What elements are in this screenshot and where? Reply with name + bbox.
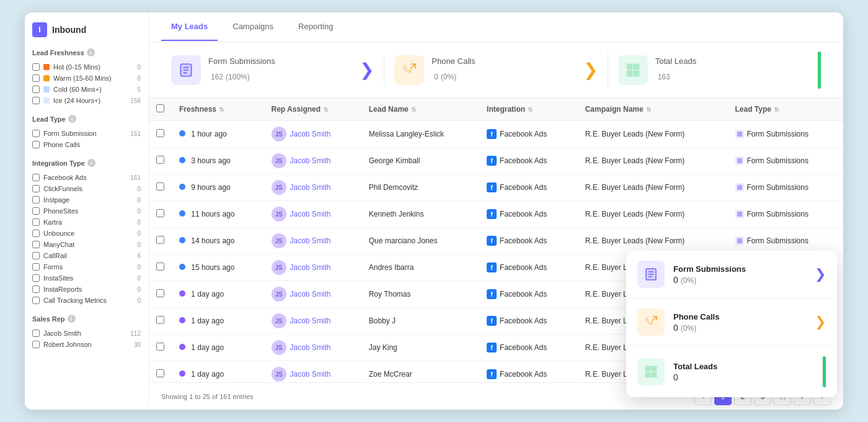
sales-rep-info-icon[interactable]: i xyxy=(68,315,76,323)
lead-type-checkbox[interactable] xyxy=(32,130,40,137)
lead-type-info-icon[interactable]: i xyxy=(68,115,76,123)
select-all-checkbox[interactable] xyxy=(156,104,164,112)
row-campaign: R.E. Buyer Leads (New Form) xyxy=(578,201,728,228)
rep-name[interactable]: Jacob Smith xyxy=(290,343,331,352)
tab-reporting[interactable]: Reporting xyxy=(288,13,343,41)
popup-form-arrow[interactable]: ❯ xyxy=(815,266,826,282)
row-checkbox[interactable] xyxy=(156,209,164,217)
tab-my-leads[interactable]: My Leads xyxy=(161,13,218,41)
integration-checkbox[interactable] xyxy=(32,185,40,192)
freshness-text: 9 hours ago xyxy=(191,183,230,192)
sales-rep-checkbox[interactable] xyxy=(32,330,40,337)
freshness-dot xyxy=(179,370,185,377)
table-row[interactable]: 3 hours ago JS Jacob Smith George Kimbal… xyxy=(149,148,843,174)
row-freshness: 1 day ago xyxy=(172,334,264,361)
freshness-filter-item: Hot (0-15 Mins) 0 xyxy=(32,61,141,73)
popup-total-info: Total Leads 0 xyxy=(673,362,814,382)
integration-checkbox[interactable] xyxy=(32,263,40,271)
row-checkbox[interactable] xyxy=(156,236,164,244)
rep-avatar: JS xyxy=(272,260,286,275)
integration-count: 0 xyxy=(137,208,141,215)
row-checkbox[interactable] xyxy=(156,263,164,271)
freshness-count: 0 xyxy=(137,64,141,71)
row-integration: f Facebook Ads xyxy=(479,201,578,228)
integration-checkbox[interactable] xyxy=(32,241,40,248)
lead-freshness-info-icon[interactable]: i xyxy=(87,48,95,56)
sidebar: I Inbound Lead Freshness i Hot (0-15 Min… xyxy=(25,12,149,410)
rep-name[interactable]: Jacob Smith xyxy=(290,156,331,165)
integration-checkbox[interactable] xyxy=(32,285,40,293)
col-freshness[interactable]: Freshness⇅ xyxy=(172,98,264,121)
phone-calls-icon xyxy=(401,62,417,78)
row-freshness: 11 hours ago xyxy=(172,201,264,228)
integration-text: Facebook Ads xyxy=(500,156,547,165)
row-checkbox[interactable] xyxy=(156,369,164,377)
rep-name[interactable]: Jacob Smith xyxy=(290,130,331,138)
integration-type-info-icon[interactable]: i xyxy=(87,159,95,167)
integration-checkbox[interactable] xyxy=(32,297,40,304)
row-checkbox[interactable] xyxy=(156,129,164,137)
rep-name[interactable]: Jacob Smith xyxy=(290,210,331,218)
integration-checkbox[interactable] xyxy=(32,207,40,215)
fb-icon: f xyxy=(487,343,497,352)
integration-checkbox[interactable] xyxy=(32,230,40,237)
freshness-checkbox[interactable] xyxy=(32,74,40,82)
popup-phone-info: Phone Calls 0(0%) xyxy=(673,312,806,333)
col-lead-name[interactable]: Lead Name⇅ xyxy=(361,98,479,121)
sales-rep-checkbox[interactable] xyxy=(32,341,40,348)
rep-name[interactable]: Jacob Smith xyxy=(290,236,331,245)
rep-name[interactable]: Jacob Smith xyxy=(290,263,331,272)
table-row[interactable]: 1 hour ago JS Jacob Smith Melissa Langle… xyxy=(149,121,843,148)
table-row[interactable]: 9 hours ago JS Jacob Smith Phil Demcovit… xyxy=(149,174,843,201)
rep-avatar: JS xyxy=(272,287,286,302)
form-icon xyxy=(735,236,744,245)
row-checkbox[interactable] xyxy=(156,156,164,164)
popup-total-leads: Total Leads 0 xyxy=(626,346,837,397)
freshness-checkbox[interactable] xyxy=(32,97,40,104)
freshness-dot xyxy=(179,344,185,350)
integration-checkbox[interactable] xyxy=(32,174,40,181)
freshness-color-dot xyxy=(43,64,50,70)
integration-checkbox[interactable] xyxy=(32,274,40,282)
col-integration[interactable]: Integration⇅ xyxy=(479,98,578,121)
row-rep: JS Jacob Smith xyxy=(264,308,361,334)
integration-checkbox[interactable] xyxy=(32,252,40,259)
integration-label: InstaSites xyxy=(43,274,73,282)
freshness-checkbox[interactable] xyxy=(32,86,40,93)
row-rep: JS Jacob Smith xyxy=(264,201,361,228)
tab-campaigns[interactable]: Campaigns xyxy=(223,13,283,41)
svg-rect-13 xyxy=(737,212,742,217)
form-icon xyxy=(735,210,744,218)
row-checkbox[interactable] xyxy=(156,289,164,297)
col-lead-type[interactable]: Lead Type⇅ xyxy=(728,98,843,121)
rep-name[interactable]: Jacob Smith xyxy=(290,370,331,379)
rep-name[interactable]: Jacob Smith xyxy=(290,316,331,325)
svg-line-29 xyxy=(652,316,657,321)
logo-icon: I xyxy=(32,22,47,37)
integration-text: Facebook Ads xyxy=(500,290,547,299)
row-checkbox[interactable] xyxy=(156,343,164,351)
row-campaign: R.E. Buyer Leads (New Form) xyxy=(578,174,728,201)
form-submissions-label: Form Submissions xyxy=(208,56,352,66)
freshness-checkbox[interactable] xyxy=(32,63,40,71)
rep-name[interactable]: Jacob Smith xyxy=(290,183,331,192)
integration-checkbox[interactable] xyxy=(32,218,40,226)
table-row[interactable]: 11 hours ago JS Jacob Smith Kenneth Jenk… xyxy=(149,201,843,228)
lead-type-count: 161 xyxy=(130,130,141,137)
svg-rect-9 xyxy=(634,71,639,76)
row-checkbox[interactable] xyxy=(156,182,164,191)
popup-phone-label: Phone Calls xyxy=(673,312,806,321)
integration-count: 161 xyxy=(130,174,141,181)
rep-avatar: JS xyxy=(272,207,286,222)
col-campaign[interactable]: Campaign Name⇅ xyxy=(578,98,728,121)
phone-calls-info: Phone Calls 0(0%) xyxy=(432,56,575,83)
row-freshness: 9 hours ago xyxy=(172,174,264,201)
col-rep[interactable]: Rep Assigned⇅ xyxy=(264,98,361,121)
lead-type-checkbox[interactable] xyxy=(32,141,40,148)
freshness-filter-item: Cold (60 Mins+) 5 xyxy=(32,84,141,95)
popup-phone-arrow[interactable]: ❯ xyxy=(815,314,826,330)
integration-checkbox[interactable] xyxy=(32,196,40,204)
sidebar-logo-text: Inbound xyxy=(52,25,86,35)
rep-name[interactable]: Jacob Smith xyxy=(290,290,331,299)
row-checkbox[interactable] xyxy=(156,316,164,324)
